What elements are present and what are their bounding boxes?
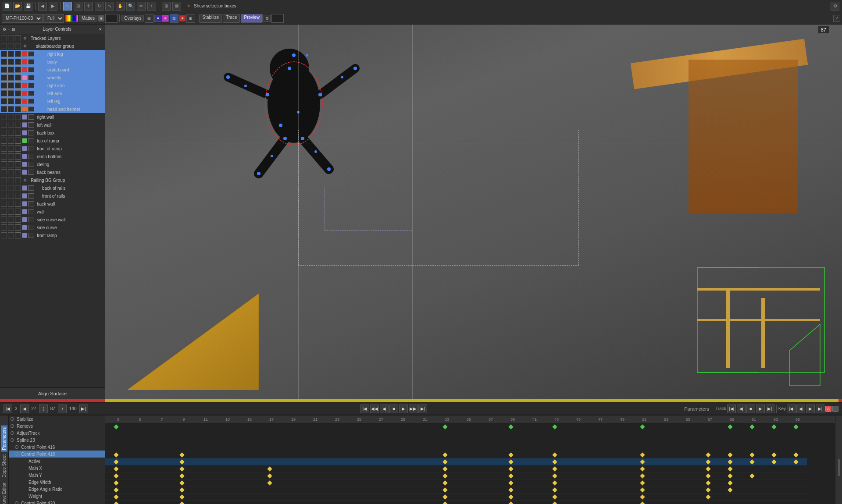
- layer-item-front-ramp[interactable]: front ramp: [0, 231, 105, 239]
- eye-toggle[interactable]: [1, 201, 7, 207]
- layer-settings[interactable]: [15, 153, 21, 160]
- layer-item-top-of-ramp[interactable]: top of ramp: [0, 137, 105, 145]
- track-btn-2[interactable]: ◀: [737, 405, 746, 413]
- layer-settings[interactable]: [15, 193, 21, 199]
- preview-value-input[interactable]: 1.9: [271, 14, 284, 23]
- lock-toggle[interactable]: [8, 43, 14, 49]
- panel-settings-icon[interactable]: ⚙: [3, 27, 6, 32]
- transform-icon[interactable]: ⊠: [172, 2, 181, 11]
- param-expand-dot[interactable]: [11, 431, 14, 435]
- eye-toggle[interactable]: [1, 153, 7, 160]
- lock-toggle[interactable]: [8, 161, 14, 167]
- param-item-control-point-416[interactable]: Control Point 416: [9, 444, 105, 451]
- transport-end[interactable]: ▶|: [418, 405, 427, 413]
- lock-toggle[interactable]: [8, 232, 14, 238]
- open-icon[interactable]: 📂: [13, 2, 22, 11]
- layer-settings[interactable]: [15, 169, 21, 175]
- layer-settings[interactable]: [15, 43, 21, 49]
- layer-item-front-of-rails[interactable]: front of rails: [0, 192, 105, 200]
- eye-toggle[interactable]: [1, 67, 7, 73]
- layer-settings[interactable]: [15, 106, 21, 112]
- opacity-input[interactable]: 1.0: [105, 14, 118, 23]
- param-item-control-point-420[interactable]: Control Point 420: [9, 500, 105, 504]
- layer-item-body[interactable]: body: [0, 58, 105, 66]
- forward-icon[interactable]: ▶: [49, 2, 57, 11]
- lock-toggle[interactable]: [8, 217, 14, 223]
- scale-tool-icon[interactable]: ⤡: [105, 2, 114, 11]
- layer-settings[interactable]: [15, 59, 21, 65]
- eye-toggle[interactable]: [1, 130, 7, 136]
- spline-tool-icon[interactable]: ✏: [137, 2, 146, 11]
- param-item-weight[interactable]: Weight: [9, 493, 105, 500]
- lock-toggle[interactable]: [8, 106, 14, 112]
- lock-toggle[interactable]: [8, 177, 14, 183]
- layer-item-right-arm[interactable]: right arm: [0, 82, 105, 89]
- key-btn-1[interactable]: |◀: [787, 405, 796, 413]
- track-btn-3[interactable]: ■: [746, 405, 755, 413]
- curve-editor-tab[interactable]: Curve Editor: [1, 480, 7, 504]
- layer-settings[interactable]: [15, 67, 21, 73]
- layer-item-wall[interactable]: wall: [0, 208, 105, 216]
- layer-settings[interactable]: [15, 232, 21, 238]
- lock-toggle[interactable]: [8, 114, 14, 120]
- param-item-stabilize[interactable]: Stabilize: [9, 415, 105, 422]
- clip-select[interactable]: MF-FH100-03: [2, 14, 43, 23]
- layer-settings[interactable]: [15, 82, 21, 89]
- layer-settings[interactable]: [15, 217, 21, 223]
- param-item-adjusttrack[interactable]: AdjustTrack: [9, 429, 105, 437]
- param-expand-dot[interactable]: [11, 438, 14, 442]
- layer-item-cleling[interactable]: cleling: [0, 160, 105, 168]
- layer-settings[interactable]: [15, 161, 21, 167]
- param-item-spline-23[interactable]: Spline 23: [9, 437, 105, 444]
- eye-toggle[interactable]: [1, 75, 7, 81]
- layer-settings[interactable]: [15, 138, 21, 144]
- maximize-icon[interactable]: ⤢: [833, 15, 840, 22]
- viewport[interactable]: 87: [105, 25, 842, 399]
- eye-toggle[interactable]: [1, 98, 7, 104]
- key-btn-4[interactable]: ▶|: [816, 405, 824, 413]
- lock-toggle[interactable]: [8, 224, 14, 231]
- param-item-remove[interactable]: Remove: [9, 422, 105, 429]
- preview-button[interactable]: Preview: [241, 14, 263, 23]
- eye-toggle[interactable]: [1, 122, 7, 128]
- layer-settings[interactable]: [15, 35, 21, 41]
- select-tool-icon[interactable]: ⊞: [74, 2, 82, 11]
- panel-close-icon[interactable]: ✕: [99, 27, 102, 32]
- hand-tool-icon[interactable]: ✋: [116, 2, 125, 11]
- edge-snap-icon[interactable]: ⊞: [162, 2, 171, 11]
- transport-prev[interactable]: ◀◀: [370, 405, 379, 413]
- overlay-mode-icon[interactable]: ⊞: [145, 14, 153, 23]
- lock-toggle[interactable]: [8, 98, 14, 104]
- transport-rewind[interactable]: ◀: [380, 405, 389, 413]
- layer-item-back-of-rails[interactable]: back of rails: [0, 184, 105, 192]
- layer-settings[interactable]: [15, 185, 21, 191]
- lock-toggle[interactable]: [8, 138, 14, 144]
- overlay-color1-icon[interactable]: ■: [154, 15, 161, 22]
- layer-settings[interactable]: [15, 130, 21, 136]
- eye-toggle[interactable]: [1, 146, 7, 152]
- track-btn-4[interactable]: ▶: [756, 405, 765, 413]
- layer-settings[interactable]: [15, 98, 21, 104]
- eye-toggle[interactable]: [1, 177, 7, 183]
- layer-item-railing-bg-group[interactable]: ⚙Railing BG Group: [0, 176, 105, 184]
- goto-end-btn[interactable]: ▶|: [79, 405, 88, 413]
- lock-toggle[interactable]: [8, 130, 14, 136]
- layer-item-right-wall[interactable]: right wall: [0, 113, 105, 121]
- transport-stop[interactable]: ■: [389, 405, 398, 413]
- overlay-color2-icon[interactable]: ■: [162, 15, 169, 22]
- key-btn-2[interactable]: ◀: [796, 405, 805, 413]
- pointer-tool-icon[interactable]: ↖: [63, 2, 72, 11]
- layer-settings[interactable]: [15, 224, 21, 231]
- add-point-icon[interactable]: +: [147, 2, 156, 11]
- key-extra-btn[interactable]: [832, 406, 838, 412]
- grid-icon[interactable]: ⊞: [186, 14, 195, 23]
- panel-remove-icon[interactable]: ⊟: [12, 27, 15, 32]
- eye-toggle[interactable]: [1, 51, 7, 57]
- eye-toggle[interactable]: [1, 209, 7, 215]
- lock-toggle[interactable]: [8, 82, 14, 89]
- layer-item-back-box[interactable]: back box: [0, 129, 105, 137]
- lock-toggle[interactable]: [8, 51, 14, 57]
- lock-toggle[interactable]: [8, 169, 14, 175]
- lock-toggle[interactable]: [8, 122, 14, 128]
- stabilize-button[interactable]: Stabilize: [199, 14, 222, 23]
